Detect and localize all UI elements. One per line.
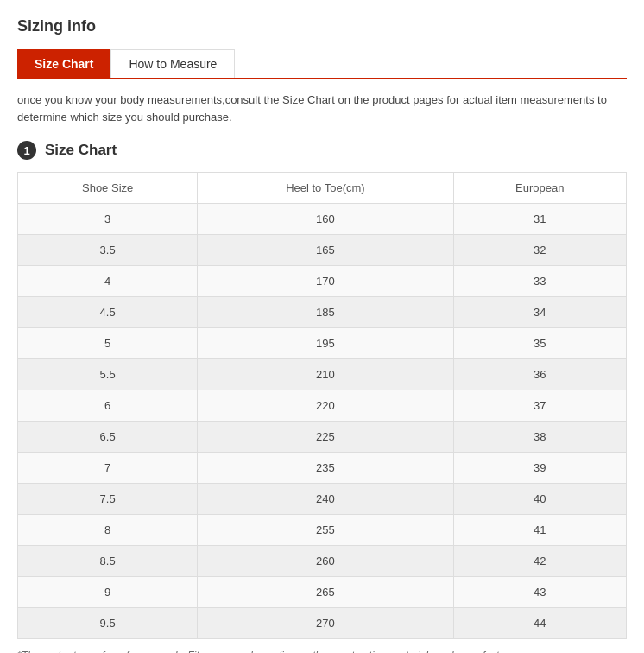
size-chart-table: Shoe Size Heel to Toe(cm) European 31603…	[17, 172, 627, 639]
table-cell: 7	[18, 453, 198, 484]
table-cell: 38	[453, 422, 626, 453]
table-cell: 235	[198, 453, 453, 484]
table-cell: 9.5	[18, 608, 198, 639]
table-cell: 160	[198, 204, 453, 235]
table-header-row: Shoe Size Heel to Toe(cm) European	[18, 173, 627, 204]
table-cell: 8.5	[18, 546, 198, 577]
table-row: 9.527044	[18, 608, 627, 639]
table-cell: 165	[198, 235, 453, 266]
col-header-shoe-size: Shoe Size	[18, 173, 198, 204]
table-row: 723539	[18, 453, 627, 484]
table-header: Shoe Size Heel to Toe(cm) European	[18, 173, 627, 204]
table-cell: 39	[453, 453, 626, 484]
table-cell: 40	[453, 484, 626, 515]
table-row: 417033	[18, 266, 627, 297]
tab-size-chart[interactable]: Size Chart	[17, 49, 110, 78]
table-row: 3.516532	[18, 235, 627, 266]
table-row: 8.526042	[18, 546, 627, 577]
table-cell: 41	[453, 515, 626, 546]
table-cell: 6.5	[18, 422, 198, 453]
table-cell: 185	[198, 297, 453, 328]
table-cell: 4	[18, 266, 198, 297]
table-cell: 220	[198, 390, 453, 422]
footnote-text: *These charts are for reference only. Fi…	[17, 650, 627, 653]
table-cell: 3.5	[18, 235, 198, 266]
table-body: 3160313.5165324170334.5185345195355.5210…	[18, 204, 627, 639]
table-cell: 35	[453, 328, 626, 359]
table-cell: 42	[453, 546, 626, 577]
col-header-european: European	[453, 173, 626, 204]
section-header: 1 Size Chart	[17, 141, 627, 160]
table-row: 7.524040	[18, 484, 627, 515]
table-row: 926543	[18, 577, 627, 608]
table-cell: 4.5	[18, 297, 198, 328]
table-cell: 225	[198, 422, 453, 453]
table-cell: 210	[198, 359, 453, 390]
table-cell: 36	[453, 359, 626, 390]
table-cell: 240	[198, 484, 453, 515]
section-number: 1	[17, 141, 36, 160]
description-text: once you know your body measurements,con…	[17, 92, 627, 125]
table-row: 316031	[18, 204, 627, 235]
table-cell: 265	[198, 577, 453, 608]
table-cell: 260	[198, 546, 453, 577]
col-header-heel-to-toe: Heel to Toe(cm)	[198, 173, 453, 204]
table-cell: 195	[198, 328, 453, 359]
table-cell: 32	[453, 235, 626, 266]
table-cell: 5	[18, 328, 198, 359]
table-cell: 255	[198, 515, 453, 546]
table-cell: 34	[453, 297, 626, 328]
table-row: 4.518534	[18, 297, 627, 328]
tab-how-to-measure[interactable]: How to Measure	[110, 49, 235, 78]
table-cell: 43	[453, 577, 626, 608]
table-row: 622037	[18, 390, 627, 422]
table-row: 825541	[18, 515, 627, 546]
table-cell: 8	[18, 515, 198, 546]
table-cell: 6	[18, 390, 198, 422]
table-row: 5.521036	[18, 359, 627, 390]
table-cell: 31	[453, 204, 626, 235]
table-cell: 33	[453, 266, 626, 297]
table-cell: 7.5	[18, 484, 198, 515]
table-row: 6.522538	[18, 422, 627, 453]
section-title: Size Chart	[45, 142, 117, 159]
table-cell: 270	[198, 608, 453, 639]
table-cell: 5.5	[18, 359, 198, 390]
table-row: 519535	[18, 328, 627, 359]
tab-bar: Size Chart How to Measure	[17, 49, 627, 79]
page-title: Sizing info	[17, 17, 627, 35]
table-cell: 37	[453, 390, 626, 422]
table-cell: 44	[453, 608, 626, 639]
table-cell: 170	[198, 266, 453, 297]
table-cell: 9	[18, 577, 198, 608]
table-cell: 3	[18, 204, 198, 235]
